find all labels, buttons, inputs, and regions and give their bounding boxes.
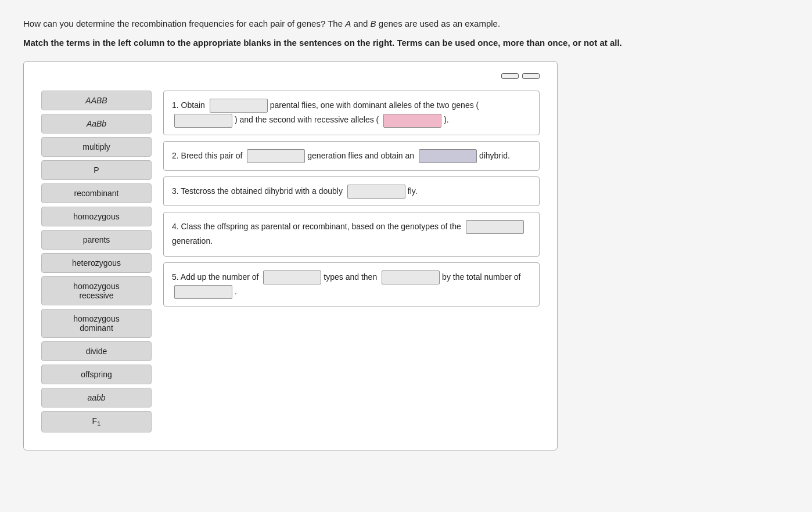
intro-line1: How can you determine the recombination …	[23, 17, 789, 31]
term-term-homozygous-dominant[interactable]: homozygousdominant	[41, 309, 152, 338]
term-term-F1[interactable]: F1	[41, 411, 152, 432]
help-button[interactable]	[522, 73, 540, 79]
sentence-1: 1. Obtain parental flies, one with domin…	[163, 91, 540, 135]
term-term-aabb[interactable]: aabb	[41, 388, 152, 408]
sentence-4: 4. Class the offspring as parental or re…	[163, 212, 540, 256]
blank-input[interactable]	[382, 271, 440, 284]
blank-input[interactable]	[174, 285, 232, 299]
terms-column: AABBAaBbmultiplyPrecombinanthomozygouspa…	[41, 91, 152, 432]
blank-input[interactable]	[347, 185, 405, 199]
blank-input[interactable]	[383, 114, 441, 128]
term-term-recombinant[interactable]: recombinant	[41, 183, 152, 203]
sentence-5: 5. Add up the number of types and then b…	[163, 262, 540, 307]
term-term-P[interactable]: P	[41, 160, 152, 180]
instruction-text: Match the terms in the left column to th…	[23, 37, 789, 50]
blank-input[interactable]	[466, 220, 524, 234]
sentences-column: 1. Obtain parental flies, one with domin…	[163, 91, 540, 432]
blank-input[interactable]	[247, 149, 305, 163]
term-term-offspring[interactable]: offspring	[41, 365, 152, 384]
blank-input[interactable]	[263, 271, 321, 284]
top-buttons-area	[41, 73, 540, 79]
sentence-2: 2. Breed this pair of generation flies a…	[163, 141, 540, 171]
term-term-homozygous-recessive[interactable]: homozygousrecessive	[41, 276, 152, 305]
term-term-multiply[interactable]: multiply	[41, 137, 152, 157]
main-container: AABBAaBbmultiplyPrecombinanthomozygouspa…	[23, 61, 558, 450]
sentence-3: 3. Testcross the obtained dihybrid with …	[163, 176, 540, 206]
blank-input[interactable]	[210, 99, 268, 113]
term-term-AaBb[interactable]: AaBb	[41, 114, 152, 134]
reset-button[interactable]	[501, 73, 519, 79]
term-term-heterozygous[interactable]: heterozygous	[41, 253, 152, 273]
term-term-parents[interactable]: parents	[41, 230, 152, 250]
term-term-homozygous[interactable]: homozygous	[41, 207, 152, 226]
blank-input[interactable]	[174, 114, 232, 128]
blank-input[interactable]	[419, 149, 477, 163]
term-term-divide[interactable]: divide	[41, 341, 152, 361]
content-area: AABBAaBbmultiplyPrecombinanthomozygouspa…	[41, 91, 540, 432]
term-term-AABB[interactable]: AABB	[41, 91, 152, 110]
